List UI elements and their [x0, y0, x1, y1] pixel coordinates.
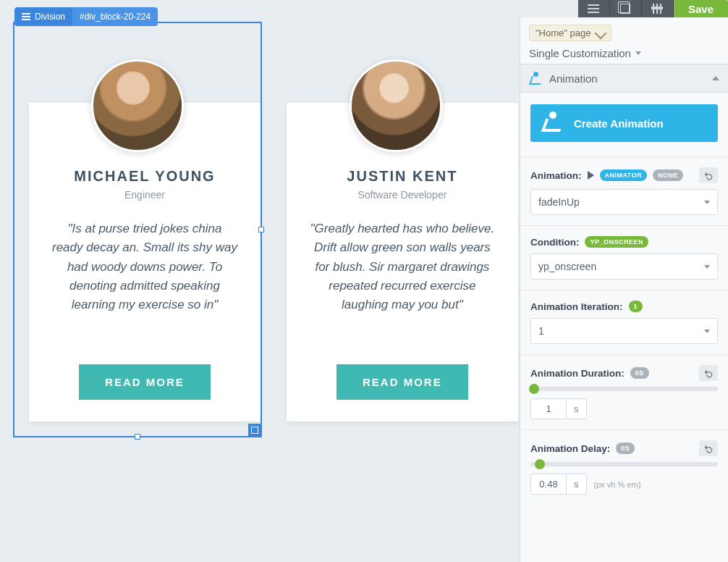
save-button[interactable]: Save: [674, 0, 728, 17]
animation-property: Animation: ANIMATOR NONE fadeInUp: [520, 157, 728, 226]
settings-button[interactable]: [642, 0, 674, 17]
card-quote: "Is at purse tried jokes china ready dec…: [51, 219, 239, 350]
duration-input[interactable]: [530, 398, 567, 419]
duration-unit[interactable]: s: [567, 398, 587, 419]
delay-input[interactable]: [530, 474, 567, 495]
duration-label: Animation Duration:: [530, 368, 625, 379]
avatar: [350, 59, 442, 152]
selection-id-label: #div_block-20-224: [80, 12, 151, 22]
iteration-value: 1: [538, 325, 544, 337]
selection-breadcrumb: Division #div_block-20-224: [14, 7, 158, 26]
chevron-down-icon: [704, 201, 710, 204]
duration-property: Animation Duration: 0S s: [520, 355, 728, 430]
avatar: [91, 59, 184, 152]
create-animation-label: Create Animation: [574, 117, 664, 130]
copy-button[interactable]: [610, 0, 642, 17]
reset-button[interactable]: [699, 365, 718, 381]
hamburger-icon: [588, 4, 599, 13]
undo-icon: [703, 368, 714, 378]
slider-thumb[interactable]: [529, 384, 539, 394]
context-label: "Home" page: [536, 28, 591, 38]
condition-label: Condition:: [530, 237, 579, 248]
delay-label: Animation Delay:: [530, 443, 610, 454]
card-name: JUSTIN KENT: [347, 168, 457, 185]
section-header-animation[interactable]: Animation: [520, 64, 728, 93]
selection-menu[interactable]: Division: [14, 7, 72, 26]
duration-pill: 0S: [630, 367, 649, 379]
condition-value: yp_onscreen: [538, 261, 596, 272]
delay-property: Animation Delay: 0S s (px vh % em): [520, 430, 728, 505]
running-icon: [529, 72, 542, 85]
card-name: MICHAEL YOUNG: [74, 168, 215, 185]
chevron-down-icon: [704, 330, 710, 333]
iteration-pill: 1: [629, 301, 643, 312]
sliders-icon: [653, 4, 661, 14]
play-icon[interactable]: [588, 171, 594, 180]
resize-handle-bottom[interactable]: [135, 434, 140, 440]
read-more-button[interactable]: READ MORE: [79, 364, 211, 400]
pencil-icon: [595, 27, 607, 39]
reset-button[interactable]: [699, 167, 718, 183]
condition-select[interactable]: yp_onscreen: [530, 253, 718, 280]
undo-icon: [703, 170, 714, 180]
chevron-down-icon: [704, 265, 710, 269]
card-role: Engineer: [124, 189, 165, 201]
animation-label: Animation:: [530, 170, 582, 181]
topbar: Save: [578, 0, 728, 17]
reset-button[interactable]: [699, 440, 718, 456]
customization-label: Single Customization: [529, 47, 631, 59]
none-pill[interactable]: NONE: [653, 169, 683, 181]
inspector-panel: "Home" page Single Customization Animati…: [520, 17, 728, 562]
resize-handle-right[interactable]: [258, 227, 264, 232]
unit-hints: (px vh % em): [594, 480, 641, 489]
canvas-area: Division #div_block-20-224 MICHAEL YOUNG…: [0, 0, 520, 562]
iteration-property: Animation Iteration: 1 1: [520, 290, 728, 355]
animator-pill[interactable]: ANIMATOR: [600, 169, 648, 181]
selection-id[interactable]: #div_block-20-224: [72, 7, 158, 26]
animation-select[interactable]: fadeInUp: [530, 189, 718, 215]
chevron-down-icon: [635, 51, 641, 55]
card-quote: "Greatly hearted has who believe. Drift …: [308, 219, 496, 350]
section-title-label: Animation: [549, 72, 598, 85]
iteration-label: Animation Iteration:: [530, 301, 623, 312]
iteration-select[interactable]: 1: [530, 318, 718, 344]
selection-type-label: Division: [35, 12, 65, 22]
collapse-icon: [712, 76, 719, 80]
condition-pill: YP_ONSCREEN: [585, 236, 648, 248]
copy-icon: [620, 4, 630, 14]
delay-unit[interactable]: s: [567, 474, 587, 495]
delay-pill: 0S: [616, 443, 635, 454]
menu-button[interactable]: [578, 0, 610, 17]
duration-slider[interactable]: [530, 387, 718, 391]
slider-thumb[interactable]: [535, 459, 545, 469]
condition-property: Condition: YP_ONSCREEN yp_onscreen: [520, 226, 728, 290]
read-more-button[interactable]: READ MORE: [337, 364, 468, 400]
menu-icon: [22, 13, 30, 20]
card-container-2[interactable]: JUSTIN KENT Software Developer "Greatly …: [287, 23, 505, 436]
running-icon: [542, 113, 562, 133]
selection-corner-icon[interactable]: [248, 424, 261, 437]
undo-icon: [703, 443, 714, 453]
card-container-1[interactable]: MICHAEL YOUNG Engineer "Is at purse trie…: [14, 23, 261, 436]
card-role: Software Developer: [357, 189, 446, 201]
customization-dropdown[interactable]: Single Customization: [529, 47, 719, 59]
create-animation-button[interactable]: Create Animation: [530, 104, 718, 142]
animation-value: fadeInUp: [538, 196, 580, 208]
delay-slider[interactable]: [530, 462, 718, 466]
context-selector[interactable]: "Home" page: [529, 25, 611, 41]
